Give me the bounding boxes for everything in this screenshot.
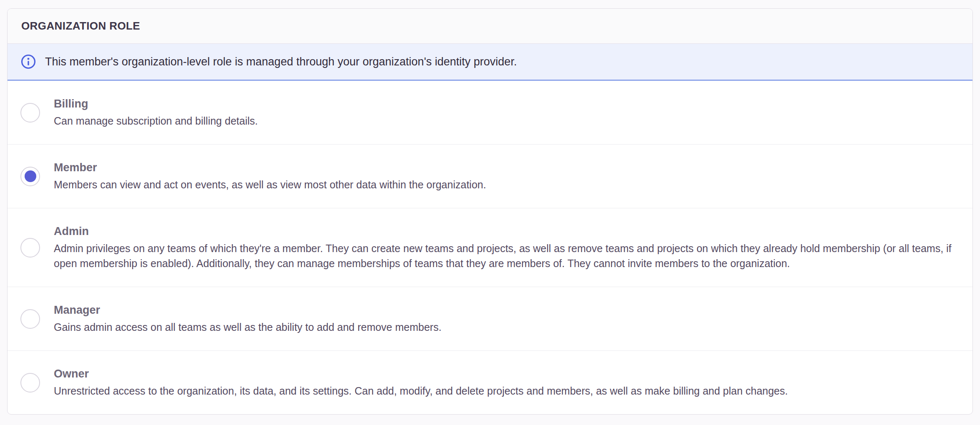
role-option-manager[interactable]: Manager Gains admin access on all teams …: [8, 287, 972, 351]
role-radio-billing[interactable]: [20, 103, 40, 122]
panel-header: ORGANIZATION ROLE: [8, 9, 972, 44]
role-description: Admin privileges on any teams of which t…: [54, 241, 954, 271]
radio-dot: [25, 377, 36, 388]
radio-dot: [25, 107, 36, 118]
role-radio-member[interactable]: [20, 167, 40, 186]
info-banner: This member's organization-level role is…: [8, 44, 972, 81]
role-name-label: Manager: [54, 303, 442, 317]
radio-dot: [25, 242, 36, 253]
role-radio-manager[interactable]: [20, 309, 40, 329]
role-name-label: Admin: [54, 224, 954, 238]
role-option-billing[interactable]: Billing Can manage subscription and bill…: [8, 81, 972, 145]
role-description: Unrestricted access to the organization,…: [54, 383, 788, 398]
role-option-member[interactable]: Member Members can view and act on event…: [8, 145, 972, 208]
banner-text: This member's organization-level role is…: [45, 55, 517, 69]
role-text-block: Manager Gains admin access on all teams …: [54, 287, 442, 350]
role-description: Members can view and act on events, as w…: [54, 177, 486, 192]
role-text-block: Owner Unrestricted access to the organiz…: [54, 351, 788, 414]
radio-dot: [25, 170, 36, 182]
role-description: Gains admin access on all teams as well …: [54, 320, 442, 335]
role-radio-owner[interactable]: [20, 373, 40, 392]
info-icon: [20, 54, 36, 70]
role-text-block: Admin Admin privileges on any teams of w…: [54, 208, 954, 287]
panel-title: ORGANIZATION ROLE: [21, 20, 140, 32]
role-text-block: Member Members can view and act on event…: [54, 145, 486, 208]
role-name-label: Owner: [54, 367, 788, 381]
role-option-owner[interactable]: Owner Unrestricted access to the organiz…: [8, 351, 972, 414]
role-option-admin[interactable]: Admin Admin privileges on any teams of w…: [8, 208, 972, 287]
role-options-list: Billing Can manage subscription and bill…: [8, 81, 972, 414]
role-text-block: Billing Can manage subscription and bill…: [54, 81, 258, 144]
role-name-label: Member: [54, 160, 486, 175]
radio-dot: [25, 313, 36, 325]
role-description: Can manage subscription and billing deta…: [54, 113, 258, 128]
role-name-label: Billing: [54, 97, 258, 111]
role-radio-admin[interactable]: [20, 238, 40, 258]
organization-role-panel: ORGANIZATION ROLE This member's organiza…: [7, 8, 973, 415]
